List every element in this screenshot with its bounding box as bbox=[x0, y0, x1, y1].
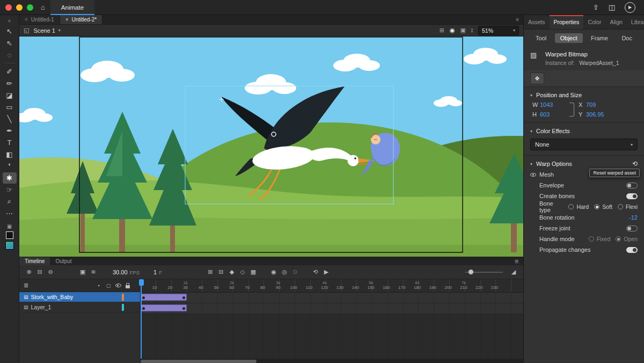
scrollbar-thumb[interactable] bbox=[141, 360, 257, 363]
subtab-doc[interactable]: Doc bbox=[616, 33, 638, 43]
subtab-object[interactable]: Object bbox=[555, 33, 583, 43]
layer-row-Layer_1[interactable]: ▤Layer_1 bbox=[19, 302, 140, 313]
frame-row-Layer_1[interactable] bbox=[141, 303, 523, 314]
app-tab-animate[interactable]: Animate bbox=[50, 0, 94, 15]
fill-color-swatch[interactable] bbox=[5, 241, 14, 250]
layer-color-swatch[interactable] bbox=[122, 294, 124, 301]
timeline-hscrollbar[interactable] bbox=[141, 359, 523, 363]
chevron-down-icon[interactable]: ▾ bbox=[530, 129, 532, 134]
subselection-tool[interactable]: ⇖ bbox=[3, 38, 17, 49]
loop-icon[interactable]: ⟲ bbox=[310, 268, 321, 275]
mesh-visibility-icon[interactable] bbox=[530, 173, 536, 177]
tab-timeline[interactable]: Timeline bbox=[19, 257, 50, 265]
reset-warped-asset-button[interactable]: ⟲ bbox=[632, 160, 638, 168]
frames-area[interactable]: 1020304050607080901001101201301401501601… bbox=[141, 279, 523, 363]
eraser-tool[interactable]: ◪ bbox=[3, 90, 17, 101]
lock-all-icon[interactable] bbox=[123, 283, 133, 288]
subtab-frame[interactable]: Frame bbox=[586, 33, 613, 43]
scene-chevron-icon[interactable]: ▾ bbox=[58, 28, 61, 33]
remove-frame-icon[interactable]: ⊟ bbox=[216, 268, 226, 275]
envelope-toggle[interactable] bbox=[626, 183, 638, 188]
tabbar-menu-icon[interactable]: ≡ bbox=[511, 15, 523, 24]
zoom-step-down-icon[interactable]: ▾ bbox=[471, 31, 473, 33]
lasso-tool[interactable]: ◌ bbox=[3, 49, 17, 61]
propagate-changes-toggle[interactable] bbox=[626, 247, 638, 253]
chevron-down-icon[interactable]: ▾ bbox=[530, 93, 532, 98]
create-bones-toggle[interactable] bbox=[626, 193, 638, 199]
paint-bucket-tool[interactable]: ◧ bbox=[3, 149, 17, 160]
bone-type-hard-radio[interactable]: Hard bbox=[568, 204, 589, 210]
new-layer-icon[interactable]: ⊕ bbox=[24, 268, 34, 275]
close-tab-icon[interactable]: × bbox=[65, 17, 69, 23]
tab-library[interactable]: Library bbox=[627, 15, 644, 29]
layer-color-swatch[interactable] bbox=[122, 304, 124, 311]
classic-brush-tool[interactable]: ✏ bbox=[3, 78, 17, 89]
timeline-zoom-fit-icon[interactable]: ◢ bbox=[508, 268, 519, 275]
stage-canvas[interactable] bbox=[19, 37, 523, 257]
stroke-color-swatch[interactable] bbox=[6, 231, 13, 239]
bone-rotation-value[interactable]: -12 bbox=[629, 214, 638, 221]
onion-skin-range-icon[interactable]: ⊙ bbox=[290, 268, 301, 275]
more-tools-tool[interactable]: ⋯ bbox=[3, 208, 17, 219]
home-icon[interactable]: ⌂ bbox=[41, 3, 45, 11]
line-tool[interactable]: ╲ bbox=[3, 113, 17, 125]
frame-rate[interactable]: 30.00 FPS bbox=[113, 269, 140, 275]
onion-skin-icon[interactable]: ◉ bbox=[268, 268, 279, 275]
clip-content-icon[interactable]: ▣ bbox=[460, 27, 466, 34]
test-movie-button[interactable]: ▶ bbox=[625, 2, 635, 13]
outline-all-icon[interactable]: ▢ bbox=[104, 283, 113, 288]
frame-row-Stork_with_Baby[interactable] bbox=[141, 293, 523, 303]
camera-icon[interactable]: ▣ bbox=[77, 268, 88, 275]
insert-frame-icon[interactable]: ⊞ bbox=[205, 268, 216, 275]
timeline-panel-menu-icon[interactable]: ≣ bbox=[510, 257, 523, 265]
collapse-panel-icon[interactable]: « bbox=[8, 17, 11, 25]
zoom-stepper[interactable]: ▴ ▾ bbox=[471, 28, 473, 33]
bone-type-flexi-radio[interactable]: Flexi bbox=[618, 204, 638, 210]
layer-name[interactable]: Layer_1 bbox=[31, 304, 122, 310]
timeline-ruler[interactable]: 1020304050607080901001101201301401501601… bbox=[141, 279, 523, 293]
layer-depth-icon[interactable]: ≋ bbox=[88, 268, 99, 275]
handle-mode-fixed-radio[interactable]: Fixed bbox=[589, 236, 611, 242]
timeline-zoom-slider[interactable] bbox=[465, 272, 503, 273]
play-button[interactable]: ▶ bbox=[321, 268, 332, 275]
playhead[interactable] bbox=[141, 279, 142, 359]
tab-output[interactable]: Output bbox=[50, 257, 77, 265]
rectangle-tool[interactable]: ▭ bbox=[3, 101, 17, 113]
bone-type-soft-radio[interactable]: Soft bbox=[594, 204, 612, 210]
layer-row-Stork_with_Baby[interactable]: ▤Stork_with_Baby bbox=[19, 292, 140, 302]
fluid-brush-tool[interactable]: ✐ bbox=[3, 66, 17, 77]
doc-tab-untitled-2[interactable]: × Untitled-2* bbox=[60, 15, 103, 24]
zoom-tool[interactable]: ⌕ bbox=[3, 196, 17, 207]
stage-viewport[interactable] bbox=[19, 37, 523, 257]
color-effect-dropdown[interactable]: None ▾ bbox=[530, 139, 638, 150]
doc-tab-untitled-1[interactable]: × Untitled-1 bbox=[19, 15, 60, 24]
highlight-all-icon[interactable]: • bbox=[94, 283, 104, 288]
layers-icon[interactable]: ≣ bbox=[24, 282, 28, 289]
close-tab-icon[interactable]: × bbox=[25, 17, 28, 23]
new-folder-icon[interactable]: ⊟ bbox=[34, 268, 45, 275]
chevron-down-icon[interactable]: ▾ bbox=[530, 162, 532, 166]
width-value[interactable]: 1043 bbox=[540, 101, 565, 108]
zoom-level-select[interactable]: 51% ▾ bbox=[478, 26, 519, 35]
selection-tool[interactable]: ↖ bbox=[3, 26, 17, 37]
link-dimensions-icon[interactable] bbox=[569, 103, 574, 117]
freeze-joint-toggle[interactable] bbox=[626, 226, 638, 231]
grid-icon[interactable]: ⊞ bbox=[440, 27, 444, 34]
eyedropper-tool[interactable]: ❜ bbox=[3, 161, 17, 172]
onion-skin-outline-icon[interactable]: ◎ bbox=[279, 268, 290, 275]
asset-warp-tool[interactable]: ✱ bbox=[3, 172, 17, 184]
handle-mode-open-radio[interactable]: Open bbox=[616, 236, 638, 242]
close-window-button[interactable] bbox=[5, 4, 12, 11]
current-frame[interactable]: 1 F bbox=[153, 269, 162, 275]
zoom-window-button[interactable] bbox=[27, 4, 33, 11]
show-hide-all-icon[interactable] bbox=[113, 284, 123, 287]
tab-align[interactable]: Align bbox=[605, 15, 626, 29]
insert-blank-keyframe-icon[interactable]: ◇ bbox=[237, 268, 248, 275]
y-value[interactable]: 306.95 bbox=[586, 111, 638, 118]
insert-keyframe-icon[interactable]: ◆ bbox=[226, 268, 237, 275]
tween-span[interactable] bbox=[141, 304, 187, 311]
rotation-icon[interactable]: ◉ bbox=[450, 27, 455, 34]
pen-tool[interactable]: ✒ bbox=[3, 125, 17, 136]
subtab-tool[interactable]: Tool bbox=[530, 33, 552, 43]
scene-name[interactable]: Scene 1 bbox=[33, 27, 55, 34]
